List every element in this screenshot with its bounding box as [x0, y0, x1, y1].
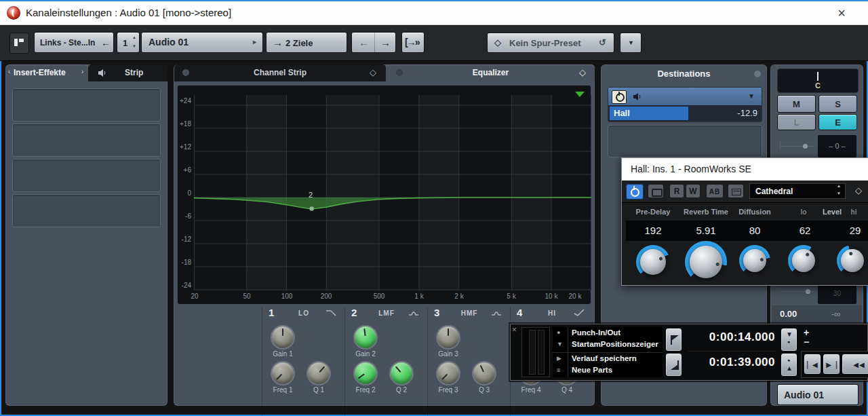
channel-name-dropdown[interactable]: Audio 01 ▸ — [141, 32, 263, 53]
send-name-chip[interactable]: Hall — [610, 107, 688, 120]
eq-graph[interactable]: +24 +18 +12 +6 0 -6 -12 -18 -24 20 50 10… — [178, 86, 591, 304]
plugin-bypass-button[interactable] — [648, 184, 664, 198]
send-slot-1[interactable]: ▼ Hall -12.9 — [608, 87, 762, 122]
popup-close-icon[interactable]: × — [512, 325, 517, 335]
channel-overview-button[interactable] — [9, 33, 29, 54]
band-freq-knob[interactable] — [437, 362, 459, 384]
preset-dropdown-button[interactable]: ▼ — [620, 33, 642, 53]
eq-menu-triangle-icon[interactable] — [575, 92, 585, 97]
plugin-title: Hall: Ins. 1 - RoomWorks SE — [631, 164, 751, 174]
track-name-field[interactable]: Audio 01 — [777, 384, 859, 405]
pan-control[interactable]: C — [777, 69, 859, 93]
param-value[interactable]: 5.91 — [676, 225, 736, 236]
param-value[interactable]: 62 — [779, 225, 831, 236]
ab-compare-button[interactable]: AB — [706, 184, 724, 198]
hilevel-knob[interactable] — [841, 249, 864, 272]
band-gain-knob[interactable] — [437, 326, 459, 348]
right-locator-time[interactable]: 0:01:39.000 — [686, 356, 775, 369]
mute-button[interactable]: M — [777, 95, 816, 113]
menu-item-save-history[interactable]: Verlauf speichern — [572, 354, 637, 362]
band-number: 3 — [434, 307, 439, 318]
goto-right-locator-button[interactable] — [665, 353, 682, 377]
band-gain-knob[interactable] — [355, 326, 376, 348]
insert-slot-1[interactable] — [12, 88, 161, 121]
preset-spin-down-icon[interactable]: ▼ — [837, 191, 841, 195]
strip-tab[interactable]: Strip — [88, 64, 167, 81]
send-dropdown-icon[interactable]: ▼ — [748, 92, 755, 100]
lower-slider-handle[interactable] — [806, 289, 810, 294]
lower-value-box[interactable]: 30 — [818, 284, 856, 304]
menu-item-punch[interactable]: Punch-In/Out — [572, 328, 620, 337]
menu-item-new-parts[interactable]: Neue Parts — [572, 366, 612, 374]
next-marker-button[interactable]: ▶▕ — [823, 354, 840, 375]
close-icon[interactable]: × — [831, 3, 852, 22]
send-slot-2[interactable] — [608, 125, 762, 157]
channel-strip-tab-diamond-icon: ◇ — [370, 67, 376, 77]
insert-slot-2[interactable] — [12, 124, 161, 157]
nav-up-button[interactable]: ● ▲ — [781, 353, 797, 377]
preset-spin-up-icon[interactable]: ▲ — [837, 184, 841, 188]
fader-value[interactable]: 0.00 — [780, 309, 797, 319]
band-freq-knob[interactable] — [355, 362, 376, 384]
read-automation-button[interactable]: R — [669, 184, 684, 198]
band-freq-knob[interactable] — [272, 362, 294, 384]
channel-count-spinner[interactable]: 1 ▲ ▼ — [117, 32, 140, 53]
equalizer-tab[interactable]: Equalizer ◇ — [387, 64, 595, 81]
app-icon-swirl — [12, 9, 18, 17]
inserts-tab[interactable]: ‹ Insert-Effekte › — [7, 64, 88, 81]
eq-xtick: 20 k — [563, 292, 587, 300]
left-locator-time[interactable]: 0:00:14.000 — [686, 330, 775, 344]
tab-scroll-right-icon[interactable]: › — [81, 68, 83, 75]
track-preset-button[interactable]: ◇ Kein Spur-Preset ↺ — [487, 33, 614, 53]
plugin-window: Hall: Ins. 1 - RoomWorks SE R W AB Cathe… — [621, 157, 868, 286]
send-power-button[interactable] — [612, 90, 627, 104]
diffusion-knob[interactable] — [743, 249, 766, 272]
popup-meter-panel — [521, 327, 550, 377]
edit-button[interactable]: E — [818, 114, 857, 130]
tab-scroll-left-icon[interactable]: ‹ — [8, 68, 10, 75]
input-routing-button[interactable]: Links - Ste...In ← — [34, 32, 114, 53]
rewind-button[interactable]: ◀◀ — [842, 354, 868, 375]
channel-strip-tab[interactable]: Channel Strip ◇ — [174, 64, 386, 81]
gain-value-box[interactable]: ‒ 0 ‒ — [818, 135, 856, 157]
plugin-title-bar[interactable]: Hall: Ins. 1 - RoomWorks SE — [622, 158, 868, 181]
plugin-diamond-icon[interactable]: ◇ — [855, 185, 862, 195]
edit-in-project-button[interactable]: [→» — [401, 32, 425, 53]
plugin-power-button[interactable] — [626, 184, 644, 200]
lolevel-knob[interactable] — [792, 249, 815, 272]
band-q-knob[interactable] — [391, 362, 412, 384]
band-q-knob[interactable] — [473, 362, 495, 384]
insert-slot-3[interactable] — [12, 159, 161, 192]
write-automation-button[interactable]: W — [686, 184, 701, 198]
plugin-preset-field[interactable]: Cathedral ▲ ▼ — [749, 183, 846, 199]
param-value[interactable]: 192 — [626, 225, 680, 236]
goto-left-locator-button[interactable] — [665, 328, 682, 352]
nav-down-button[interactable]: ▼ ● — [781, 328, 797, 352]
reverbtime-knob[interactable] — [690, 246, 722, 278]
zoom-out-icon[interactable]: − — [804, 337, 809, 347]
gain-slider-handle[interactable] — [803, 144, 808, 149]
window-title: Kanaleinstellungen : Audio 01 [mono->ste… — [26, 7, 231, 18]
preset-manager-button[interactable] — [728, 184, 744, 198]
gain-slider-track[interactable] — [781, 146, 814, 147]
preset-box-icon — [732, 189, 741, 195]
targets-button[interactable]: → 2 Ziele — [266, 32, 347, 53]
eq-plot[interactable] — [194, 95, 591, 290]
listen-button[interactable]: L — [777, 114, 816, 130]
param-value[interactable]: 80 — [729, 225, 781, 236]
band-gain-knob[interactable] — [272, 326, 294, 348]
menu-item-start-cursor[interactable]: StartamPositionszeiger — [572, 340, 658, 348]
band-q-knob[interactable] — [308, 362, 330, 384]
predelay-knob[interactable] — [640, 249, 666, 275]
send-level-value[interactable]: -12.9 — [717, 108, 757, 118]
prev-marker-button[interactable]: ▏◀ — [804, 354, 821, 375]
param-value-strip: 192 5.91 80 62 29 — [626, 221, 868, 241]
solo-button[interactable]: S — [818, 95, 857, 113]
param-value[interactable]: 29 — [829, 225, 868, 236]
meter-peak-value[interactable]: -∞ — [831, 309, 841, 319]
eq-band2-handle[interactable] — [310, 206, 314, 210]
channel-nav-buttons[interactable]: ← → — [351, 32, 396, 53]
insert-slot-4[interactable] — [12, 194, 161, 227]
eq-band-1: 1 LO Gain 1 Freq 1 Q 1 — [266, 305, 342, 406]
dropdown-icon: ▼ — [628, 39, 634, 46]
